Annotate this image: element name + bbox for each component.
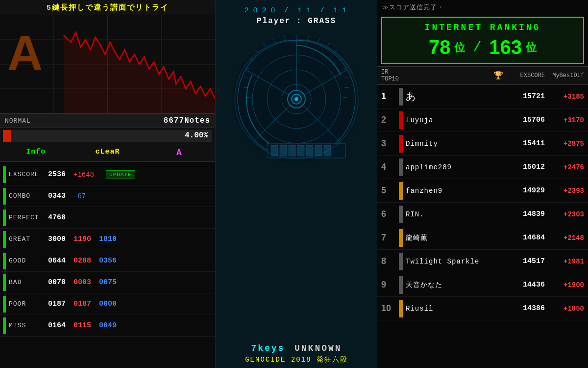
rank-row-10: 10Riusil14386+1850 — [377, 297, 588, 320]
rank-indicator-6 — [399, 206, 403, 223]
top-message: 5鍵長押しで違う譜面でリトライ — [0, 0, 215, 15]
rank-exscore-10: 14386 — [508, 304, 545, 313]
rank-name-9: 天音かなた — [406, 281, 493, 289]
rank-mybest-10: +1850 — [545, 305, 584, 313]
stat-label-bad: BAD — [9, 279, 48, 286]
tab-clear[interactable]: cLeaR — [72, 144, 143, 161]
th-mybest: MyBestDif — [545, 72, 584, 79]
rank-exscore-3: 15411 — [508, 139, 545, 148]
rank-indicator-1 — [399, 88, 403, 105]
rank-row-2: 2luyuja15706+3170 — [377, 108, 588, 132]
rank-mybest-4: +2476 — [545, 163, 584, 171]
progress-bar-fill — [3, 130, 11, 142]
rank-name-5: fanzhen9 — [406, 187, 493, 195]
rank-row-7: 7龍崎薫14684+2148 — [377, 226, 588, 250]
rank-indicator-7 — [399, 229, 403, 247]
rank-row-8: 8Twilight Sparkle14517+1981 — [377, 250, 588, 273]
stat-values-perfect: 4768 — [48, 213, 66, 222]
stat-val-good-1: 0288 — [74, 257, 91, 265]
stat-indicator-bad — [3, 274, 6, 291]
stat-indicator-combo — [3, 188, 6, 205]
notes-row: NORMAL 8677Notes — [0, 113, 215, 128]
rank-number-3: 3 — [381, 138, 399, 149]
stat-val-good-0: 0644 — [48, 257, 66, 265]
stat-val-exscore-0: 2536 — [48, 170, 66, 179]
svg-rect-44 — [297, 145, 304, 156]
ir-header: ≫スコア送信完了・ — [377, 0, 588, 15]
keys-label: 7keys — [251, 343, 285, 353]
stat-val-poor-2: 0000 — [99, 300, 117, 308]
table-header: IR TOP10 🏆 EXSCORE MyBestDif — [377, 66, 588, 85]
ir-separator: / — [473, 40, 481, 55]
stat-values-exscore: 2536+1648UPDATE — [48, 170, 135, 179]
stat-label-combo: COMBO — [9, 192, 48, 200]
ir-title: INTERNET RANKING — [390, 23, 575, 32]
stat-row-perfect: PERFECT4768 — [0, 207, 215, 229]
tab-rank[interactable]: A — [144, 144, 215, 161]
stat-values-bad: 007800030075 — [48, 278, 117, 287]
rank-mybest-5: +2393 — [545, 187, 584, 195]
stat-indicator-good — [3, 253, 6, 269]
stat-row-poor: POOR018701870000 — [0, 293, 215, 315]
stat-val-perfect-0: 4768 — [48, 213, 66, 222]
stat-val-exscore-1: +1648 — [74, 171, 94, 179]
stat-row-combo: COMBO0343-67 — [0, 185, 215, 207]
stat-label-great: GREAT — [9, 236, 48, 243]
svg-rect-45 — [306, 145, 313, 156]
center-bottom: 7keys UNKNOWN GENOCIDE 2018 発狂六段 — [245, 343, 348, 368]
ir-rank-row: 78 位 / 163 位 — [390, 36, 575, 58]
stat-indicator-great — [3, 231, 6, 248]
stat-val-great-2: 1810 — [99, 235, 117, 243]
stat-val-miss-1: 0115 — [74, 321, 91, 330]
tab-info[interactable]: Info — [0, 144, 72, 161]
rank-indicator-2 — [399, 111, 403, 129]
difficulty-label: NORMAL — [5, 117, 31, 125]
rank-row-1: 1あ15721+3185 — [377, 85, 588, 108]
ir-rank-box: INTERNET RANKING 78 位 / 163 位 — [381, 17, 584, 64]
stat-label-perfect: PERFECT — [9, 214, 48, 221]
svg-point-39 — [294, 97, 298, 101]
rank-exscore-7: 14684 — [508, 234, 545, 242]
stat-label-exscore: EXSCORE — [9, 171, 48, 178]
update-badge: UPDATE — [106, 170, 135, 179]
stat-values-poor: 018701870000 — [48, 300, 117, 308]
rank-number-9: 9 — [381, 280, 399, 290]
stat-indicator-exscore — [3, 166, 6, 183]
right-panel: ≫スコア送信完了・ INTERNET RANKING 78 位 / 163 位 … — [377, 0, 588, 368]
rank-indicator-3 — [399, 135, 403, 153]
tab-row: Info cLeaR A — [0, 144, 215, 162]
rank-name-1: あ — [406, 90, 493, 103]
stat-label-poor: POOR — [9, 300, 48, 308]
stat-indicator-perfect — [3, 210, 6, 226]
rank-indicator-8 — [399, 253, 403, 270]
grade-letter: A — [7, 25, 43, 81]
rank-exscore-8: 14517 — [508, 257, 545, 265]
stats-table: EXSCORE2536+1648UPDATECOMBO0343-67PERFEC… — [0, 162, 215, 368]
th-icon: 🏆 — [491, 71, 506, 80]
rank-exscore-4: 15012 — [508, 163, 545, 171]
svg-rect-42 — [280, 145, 287, 156]
rank-exscore-5: 14929 — [508, 186, 545, 195]
stat-row-bad: BAD007800030075 — [0, 272, 215, 293]
rank-exscore-2: 15706 — [508, 116, 545, 124]
rank-mybest-9: +1900 — [545, 281, 584, 289]
rank-indicator-9 — [399, 276, 403, 294]
stat-val-good-2: 0356 — [99, 257, 117, 265]
left-panel: 5鍵長押しで違う譜面でリトライ A NORMAL 8677Notes 4.00% — [0, 0, 216, 368]
stat-values-good: 064402880356 — [48, 257, 117, 265]
center-player: Player : GRASS — [257, 17, 336, 26]
unknown-label: UNKNOWN — [294, 343, 342, 353]
center-panel: ２０２０ / １１ / １１ Player : GRASS — [216, 0, 377, 368]
rank-number-4: 4 — [381, 162, 399, 172]
ir-rank-unit1: 位 — [454, 40, 465, 55]
stat-val-miss-0: 0164 — [48, 321, 66, 330]
graph-area: A — [0, 15, 215, 113]
stat-row-miss: MISS016401150049 — [0, 315, 215, 337]
stat-values-great: 300011901810 — [48, 235, 117, 243]
th-exscore: EXSCORE — [506, 72, 545, 79]
stat-val-combo-1: -67 — [74, 192, 86, 200]
rank-name-4: applime289 — [406, 163, 493, 171]
svg-rect-43 — [289, 145, 295, 156]
rank-mybest-6: +2303 — [545, 210, 584, 218]
rank-mybest-8: +1981 — [545, 258, 584, 265]
